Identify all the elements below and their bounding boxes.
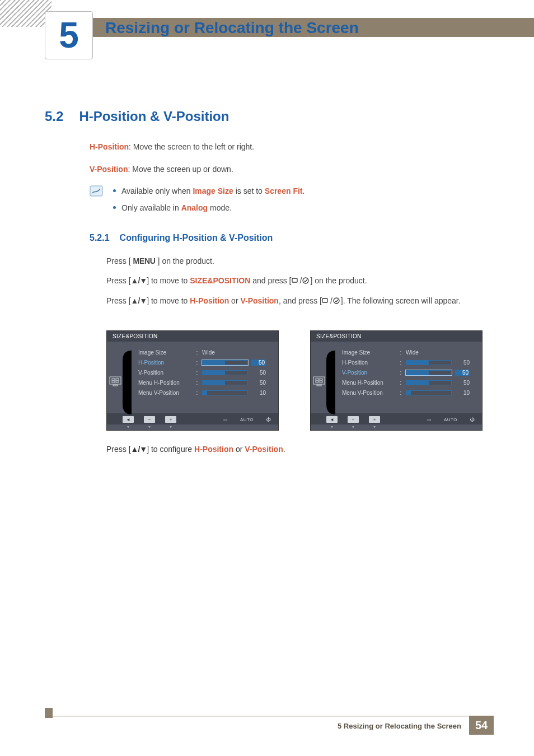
note-item-2: Only available in Analog mode. (113, 202, 494, 214)
section-heading: 5.2 H-Position & V-Position (45, 109, 494, 124)
osd-auto-label: AUTO (241, 416, 252, 423)
svg-point-2 (303, 278, 308, 283)
osd-auto-label: AUTO (445, 416, 456, 423)
note-icon (90, 185, 103, 197)
subsection-heading: 5.2.1 Configuring H-Position & V-Positio… (90, 231, 494, 245)
osd-title: SIZE&POSITION (311, 331, 482, 342)
osd-bracket-decor (121, 349, 133, 416)
hpos-term: H-Position (90, 142, 129, 151)
subsection-title: Configuring H-Position & V-Position (120, 231, 273, 245)
svg-rect-3 (322, 298, 327, 302)
osd-title: SIZE&POSITION (107, 331, 278, 342)
osd-power-icon: ⏻ (263, 416, 274, 423)
enter-icon (332, 297, 341, 304)
osd-plus-icon: + (369, 416, 380, 423)
footer-rule (45, 716, 494, 717)
osd-vposition: SIZE&POSITION Image Size:Wide H-Position… (310, 330, 483, 431)
osd-hposition: SIZE&POSITION Image Size:Wide H-Position… (106, 330, 279, 431)
chapter-title: Resizing or Relocating the Screen (105, 19, 359, 37)
note-block: Available only when Image Size is set to… (90, 185, 494, 218)
chapter-number: 5 (59, 17, 79, 53)
header-hatch-decor (0, 0, 51, 27)
svg-rect-7 (112, 379, 115, 380)
body-content: H-Position: Move the screen to the left … (90, 141, 494, 315)
osd-power-icon: ⏻ (466, 416, 477, 423)
svg-rect-14 (320, 379, 322, 380)
source-icon (322, 297, 330, 304)
svg-point-4 (334, 298, 339, 304)
osd-bracket-decor (325, 349, 336, 416)
svg-rect-8 (116, 379, 119, 380)
note-item-1: Available only when Image Size is set to… (113, 185, 494, 198)
svg-rect-15 (316, 381, 318, 382)
footer-chapter-label: 5 Resizing or Relocating the Screen (338, 722, 461, 730)
osd-minus-icon: − (144, 416, 155, 423)
svg-rect-9 (112, 381, 115, 382)
osd-source-icon: ▭ (424, 416, 435, 423)
osd-back-icon: ◄ (123, 416, 134, 423)
svg-rect-12 (317, 385, 321, 386)
footer-tab-decor (45, 708, 53, 718)
section-title: H-Position & V-Position (79, 109, 229, 124)
svg-rect-0 (90, 186, 102, 196)
enter-icon (302, 277, 310, 284)
osd-category-icon (109, 376, 121, 386)
step-2: Press [▲/▼] to move to SIZE&POSITION and… (106, 275, 494, 287)
section-number: 5.2 (45, 109, 63, 124)
svg-rect-13 (316, 379, 318, 380)
svg-rect-5 (110, 377, 121, 384)
osd-screenshots-row: SIZE&POSITION Image Size:Wide H-Position… (106, 330, 483, 431)
osd-minus-icon: − (348, 416, 359, 423)
steps-list: Press [MENU] on the product. Press [▲/▼]… (106, 255, 494, 307)
svg-rect-11 (313, 377, 325, 384)
osd-back-icon: ◄ (326, 416, 338, 423)
page-number: 54 (469, 716, 494, 735)
svg-rect-6 (113, 385, 118, 386)
chapter-number-box: 5 (45, 11, 93, 59)
step-4: Press [▲/▼] to configure H-Position or V… (106, 445, 494, 454)
osd-plus-icon: + (165, 416, 176, 423)
step-3: Press [▲/▼] to move to H-Position or V-P… (106, 295, 494, 307)
svg-rect-1 (292, 278, 297, 282)
menu-keyword: MENU (131, 255, 158, 268)
svg-rect-16 (320, 381, 322, 382)
subsection-number: 5.2.1 (90, 231, 110, 245)
hpos-description: H-Position: Move the screen to the left … (90, 141, 494, 153)
vpos-description: V-Position: Move the screen up or down. (90, 164, 494, 176)
source-icon (292, 277, 300, 284)
vpos-term: V-Position (90, 165, 128, 174)
svg-rect-10 (116, 381, 119, 382)
osd-category-icon (313, 376, 325, 386)
osd-source-icon: ▭ (220, 416, 231, 423)
step-1: Press [MENU] on the product. (106, 255, 494, 268)
